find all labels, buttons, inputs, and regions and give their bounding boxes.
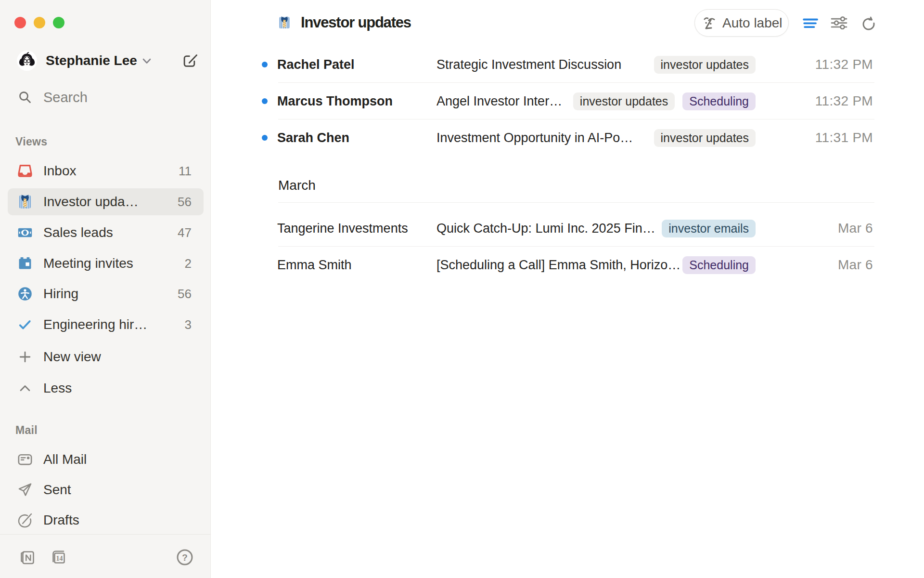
svg-text:?: ? bbox=[182, 552, 188, 563]
svg-text:14: 14 bbox=[56, 555, 63, 562]
